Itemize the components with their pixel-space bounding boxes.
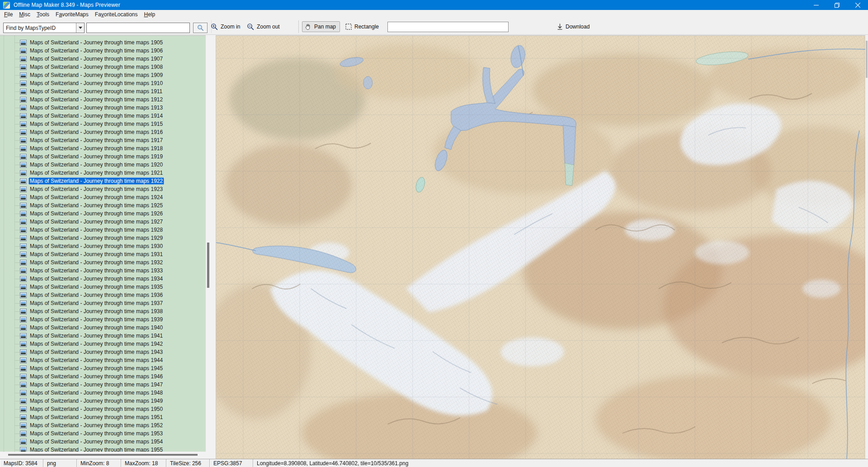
pan-map-button[interactable]: Pan map [302,21,340,32]
tree-item[interactable]: Maps of Switzerland - Journey through ti… [0,71,206,79]
tree-item[interactable]: Maps of Switzerland - Journey through ti… [0,283,206,291]
zoom-out-icon [247,23,254,30]
tree-item[interactable]: Maps of Switzerland - Journey through ti… [0,315,206,324]
map-image-icon [20,325,27,331]
tree-item[interactable]: Maps of Switzerland - Journey through ti… [0,429,206,438]
tree-item[interactable]: Maps of Switzerland - Journey through ti… [0,144,206,152]
tree-item-label: Maps of Switzerland - Journey through ti… [28,357,164,364]
sidebar-horizontal-scrollbar-thumb[interactable] [8,454,198,456]
tree-item[interactable]: Maps of Switzerland - Journey through ti… [0,218,206,226]
map-vertical-scrollbar[interactable] [865,35,868,459]
tree-item[interactable]: Maps of Switzerland - Journey through ti… [0,47,206,55]
tree-item[interactable]: Maps of Switzerland - Journey through ti… [0,324,206,332]
menu-item-misc[interactable]: Misc [16,10,33,19]
tree-item[interactable]: Maps of Switzerland - Journey through ti… [0,413,206,421]
status-panel: png [43,459,77,467]
tree-item[interactable]: Maps of Switzerland - Journey through ti… [0,128,206,136]
tree-item[interactable]: Maps of Switzerland - Journey through ti… [0,438,206,446]
tree-item[interactable]: Maps of Switzerland - Journey through ti… [0,112,206,120]
rectangle-button[interactable]: Rectangle [343,21,382,32]
tree-item[interactable]: Maps of Switzerland - Journey through ti… [0,446,206,452]
sidebar-vertical-scrollbar[interactable] [206,35,216,452]
map-image-icon [20,203,27,209]
tree-item[interactable]: Maps of Switzerland - Journey through ti… [0,87,206,95]
tree-item[interactable]: Maps of Switzerland - Journey through ti… [0,364,206,372]
tree-item[interactable]: Maps of Switzerland - Journey through ti… [0,152,206,161]
tree-item[interactable]: Maps of Switzerland - Journey through ti… [0,307,206,315]
menu-item-help[interactable]: Help [141,10,159,19]
search-input[interactable] [86,23,190,33]
tree-item[interactable]: Maps of Switzerland - Journey through ti… [0,356,206,364]
map-viewport[interactable] [216,35,865,459]
tree-item-label: Maps of Switzerland - Journey through ti… [28,438,164,445]
tree-item[interactable]: Maps of Switzerland - Journey through ti… [0,405,206,413]
toolbar: Find by MapsTypeID Zoom in Zoom out [0,19,868,35]
dropdown-arrow-button[interactable] [76,23,84,33]
tree-item[interactable]: Maps of Switzerland - Journey through ti… [0,104,206,112]
zoom-out-button[interactable]: Zoom out [244,21,283,32]
map-image-icon [20,186,27,192]
menu-item-favoritelocations[interactable]: FavoriteLocations [92,10,141,19]
tree-item-label: Maps of Switzerland - Journey through ti… [28,275,164,282]
search-button[interactable] [193,23,208,33]
find-by-dropdown-value: Find by MapsTypeID [4,25,76,31]
toolbar-separator [298,20,299,33]
tree-item[interactable]: Maps of Switzerland - Journey through ti… [0,397,206,405]
restore-button[interactable] [826,0,847,10]
zoom-in-button[interactable]: Zoom in [208,21,243,32]
map-image-icon [20,366,27,372]
map-image-icon [20,243,27,249]
menu-item-file[interactable]: File [1,10,16,19]
tree-item[interactable]: Maps of Switzerland - Journey through ti… [0,299,206,307]
tree-item[interactable]: Maps of Switzerland - Journey through ti… [0,275,206,283]
sidebar-vertical-scrollbar-thumb[interactable] [207,243,209,288]
menu-item-favoritemaps[interactable]: FavoriteMaps [52,10,92,19]
tree-item[interactable]: Maps of Switzerland - Journey through ti… [0,120,206,128]
tree-item[interactable]: Maps of Switzerland - Journey through ti… [0,55,206,63]
tree-item[interactable]: Maps of Switzerland - Journey through ti… [0,201,206,210]
tree-item[interactable]: Maps of Switzerland - Journey through ti… [0,185,206,193]
map-image-icon [20,357,27,363]
tree-item[interactable]: Maps of Switzerland - Journey through ti… [0,389,206,397]
tree-item[interactable]: Maps of Switzerland - Journey through ti… [0,340,206,348]
zoom-in-icon [211,23,218,30]
tree-item[interactable]: Maps of Switzerland - Journey through ti… [0,234,206,242]
tree-item[interactable]: Maps of Switzerland - Journey through ti… [0,63,206,71]
map-vertical-scrollbar-thumb[interactable] [866,41,868,78]
sidebar-horizontal-scrollbar[interactable] [0,452,216,459]
maps-tree-list: Maps of Switzerland - Journey through ti… [0,38,206,452]
tree-item[interactable]: Maps of Switzerland - Journey through ti… [0,291,206,299]
map-image-icon [20,374,27,380]
tree-item-label: Maps of Switzerland - Journey through ti… [28,405,164,413]
tree-item[interactable]: Maps of Switzerland - Journey through ti… [0,95,206,104]
tree-item[interactable]: Maps of Switzerland - Journey through ti… [0,161,206,169]
map-image-icon [20,292,27,298]
map-image-icon [20,81,27,86]
window-controls [806,0,868,10]
tree-item[interactable]: Maps of Switzerland - Journey through ti… [0,242,206,250]
find-by-dropdown[interactable]: Find by MapsTypeID [3,23,85,33]
tree-item[interactable]: Maps of Switzerland - Journey through ti… [0,226,206,234]
tree-item[interactable]: Maps of Switzerland - Journey through ti… [0,381,206,389]
tree-item[interactable]: Maps of Switzerland - Journey through ti… [0,372,206,381]
tree-item[interactable]: Maps of Switzerland - Journey through ti… [0,79,206,87]
close-button[interactable] [847,0,868,10]
tree-item[interactable]: Maps of Switzerland - Journey through ti… [0,267,206,275]
tree-item[interactable]: Maps of Switzerland - Journey through ti… [0,348,206,356]
download-button[interactable]: Download [554,21,592,32]
tree-item[interactable]: Maps of Switzerland - Journey through ti… [0,250,206,258]
tree-item[interactable]: Maps of Switzerland - Journey through ti… [0,169,206,177]
tree-item[interactable]: Maps of Switzerland - Journey through ti… [0,177,206,185]
tree-item[interactable]: Maps of Switzerland - Journey through ti… [0,258,206,267]
tree-item-label: Maps of Switzerland - Journey through ti… [28,373,164,380]
tree-item[interactable]: Maps of Switzerland - Journey through ti… [0,210,206,218]
tree-item[interactable]: Maps of Switzerland - Journey through ti… [0,193,206,201]
tree-item[interactable]: Maps of Switzerland - Journey through ti… [0,332,206,340]
window-titlebar: Offline Map Maker 8.349 - Maps Previewer [0,0,868,10]
menu-item-tools[interactable]: Tools [33,10,52,19]
tree-item[interactable]: Maps of Switzerland - Journey through ti… [0,136,206,144]
coordinates-input[interactable] [387,22,509,32]
tree-item[interactable]: Maps of Switzerland - Journey through ti… [0,38,206,47]
tree-item[interactable]: Maps of Switzerland - Journey through ti… [0,421,206,429]
minimize-button[interactable] [806,0,826,10]
